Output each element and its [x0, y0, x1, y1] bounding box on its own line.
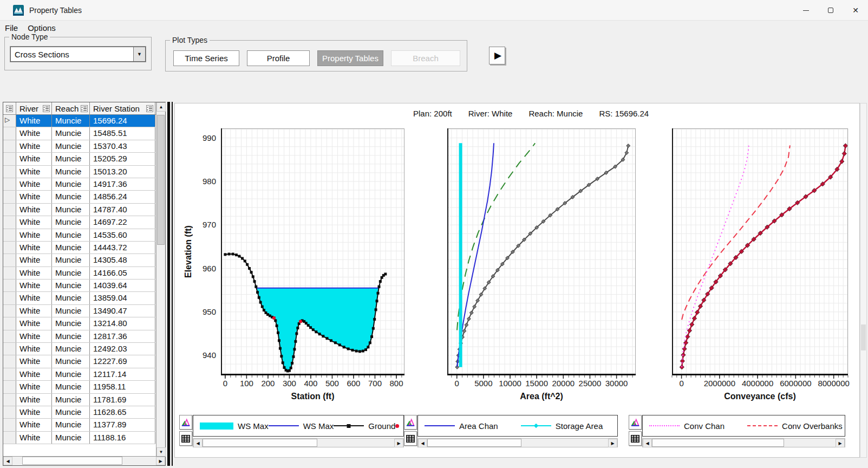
table-row[interactable]: WhiteMuncie14166.05 — [3, 267, 155, 280]
table-row[interactable]: WhiteMuncie14039.64 — [3, 280, 155, 292]
scrollbar-thumb[interactable] — [157, 115, 165, 245]
reach-value: Reach: Muncie — [528, 109, 583, 118]
close-icon[interactable]: ✕ — [843, 0, 868, 21]
scroll-left-icon[interactable]: ◀ — [193, 439, 203, 447]
table-header: River Reach River Station — [3, 102, 165, 115]
breach-button[interactable]: Breach — [391, 50, 460, 66]
table-horizontal-scrollbar[interactable]: ◀ ▶ — [3, 456, 165, 465]
table-row[interactable]: WhiteMuncie15205.29 — [3, 153, 155, 165]
table-row[interactable]: WhiteMuncie15370.43 — [3, 140, 155, 153]
station-cell: 12227.69 — [90, 355, 155, 367]
menu-options[interactable]: Options — [23, 22, 61, 34]
station-cell: 11377.89 — [90, 419, 155, 431]
titlebar: Property Tables ✕ — [0, 0, 868, 21]
node-type-dropdown[interactable]: Cross Sections ▼ — [10, 47, 146, 62]
table-view-button[interactable] — [179, 431, 192, 446]
x-tick-label: 0 — [455, 379, 459, 388]
table-body: ▷WhiteMuncie15696.24WhiteMuncie15485.51W… — [3, 115, 155, 444]
minimize-icon[interactable] — [793, 0, 818, 21]
scroll-left-icon[interactable]: ◀ — [3, 457, 12, 465]
chart-icon — [406, 418, 415, 427]
column-header-reach[interactable]: Reach — [52, 102, 90, 114]
scroll-right-icon[interactable]: ▶ — [156, 457, 165, 465]
chevron-down-icon[interactable]: ▼ — [133, 47, 145, 61]
table-row[interactable]: WhiteMuncie12117.14 — [3, 368, 155, 381]
table-row[interactable]: WhiteMuncie13859.04 — [3, 292, 155, 304]
table-view-button[interactable] — [629, 431, 642, 446]
menu-file[interactable]: File — [0, 22, 23, 34]
plot-view-button[interactable] — [404, 415, 417, 430]
play-icon[interactable]: ▶ — [489, 47, 505, 64]
x-tick-label: 6000000 — [780, 379, 811, 388]
scroll-up-icon[interactable]: ▲ — [156, 102, 166, 112]
table-row[interactable]: WhiteMuncie14443.72 — [3, 242, 155, 254]
scroll-down-icon[interactable]: ▼ — [156, 447, 166, 457]
table-row[interactable]: WhiteMuncie14787.40 — [3, 204, 155, 216]
row-selector — [3, 191, 16, 203]
river-cell: White — [16, 406, 52, 418]
station-cell: 15485.51 — [90, 127, 155, 139]
row-selector — [3, 229, 16, 241]
plot-types-label: Plot Types — [170, 36, 210, 44]
table-row[interactable]: WhiteMuncie12492.03 — [3, 343, 155, 355]
legend-scrollbar[interactable]: ◀ ▶ — [193, 438, 404, 447]
station-cell: 13490.47 — [90, 305, 155, 317]
legend-label: Conv Chan — [684, 421, 725, 431]
column-header-river-station[interactable]: River Station — [90, 102, 155, 114]
maximize-icon[interactable] — [818, 0, 843, 21]
row-selector — [3, 178, 16, 190]
table-row[interactable]: WhiteMuncie11781.69 — [3, 394, 155, 406]
chart-panel-vertical-scrollbar[interactable] — [860, 103, 867, 458]
scroll-right-icon[interactable]: ▶ — [836, 439, 845, 447]
table-row[interactable]: WhiteMuncie15013.20 — [3, 166, 155, 178]
river-cell: White — [16, 153, 52, 165]
table-view-button[interactable] — [404, 431, 417, 446]
table-row[interactable]: WhiteMuncie12817.36 — [3, 330, 155, 343]
table-row[interactable]: WhiteMuncie14305.48 — [3, 254, 155, 266]
table-row[interactable]: WhiteMuncie15485.51 — [3, 127, 155, 140]
conveyance-legend: Conv ChanConv OverbanksTotal C — [642, 415, 845, 437]
table-row[interactable]: WhiteMuncie11628.65 — [3, 406, 155, 419]
column-header-river[interactable]: River — [16, 102, 52, 114]
river-cell: White — [16, 343, 52, 355]
table-row[interactable]: WhiteMuncie11377.89 — [3, 419, 155, 431]
table-row[interactable]: WhiteMuncie14856.24 — [3, 191, 155, 203]
scroll-left-icon[interactable]: ◀ — [643, 439, 652, 447]
profile-button[interactable]: Profile — [247, 50, 310, 66]
plot-view-button[interactable] — [179, 415, 192, 430]
station-cell: 14305.48 — [90, 254, 155, 266]
table-row[interactable]: WhiteMuncie13214.80 — [3, 317, 155, 330]
scrollbar-thumb[interactable] — [22, 457, 122, 465]
sort-filter-icon — [81, 105, 88, 112]
table-row[interactable]: ▷WhiteMuncie15696.24 — [3, 115, 155, 127]
time-series-button[interactable]: Time Series — [173, 50, 239, 66]
x-tick-label: 400 — [304, 379, 317, 388]
scrollbar-thumb[interactable] — [861, 324, 866, 350]
table-vertical-scrollbar[interactable]: ▲ ▼ — [156, 102, 165, 457]
table-row[interactable]: WhiteMuncie13490.47 — [3, 305, 155, 317]
row-selector — [3, 330, 16, 342]
scrollbar-thumb[interactable] — [652, 439, 784, 447]
table-row[interactable]: WhiteMuncie11188.16 — [3, 432, 155, 444]
legend-scrollbar[interactable]: ◀ ▶ — [642, 438, 845, 447]
scroll-left-icon[interactable]: ◀ — [418, 439, 427, 447]
station-cell: 14697.22 — [90, 216, 155, 228]
legend-scrollbar[interactable]: ◀ ▶ — [417, 438, 618, 447]
table-row[interactable]: WhiteMuncie14917.36 — [3, 178, 155, 191]
property-tables-button[interactable]: Property Tables — [317, 50, 383, 66]
table-row[interactable]: WhiteMuncie14697.22 — [3, 216, 155, 229]
table-row[interactable]: WhiteMuncie14535.60 — [3, 229, 155, 242]
row-selector-header[interactable] — [3, 102, 16, 114]
table-row[interactable]: WhiteMuncie11958.11 — [3, 381, 155, 393]
table-row[interactable]: WhiteMuncie12227.69 — [3, 355, 155, 368]
row-selector — [3, 292, 16, 304]
scroll-right-icon[interactable]: ▶ — [394, 439, 403, 447]
scroll-right-icon[interactable]: ▶ — [608, 439, 617, 447]
legend-swatch — [334, 425, 364, 426]
scrollbar-thumb[interactable] — [427, 439, 521, 447]
legend-swatch — [269, 425, 299, 426]
plot-view-button[interactable] — [629, 415, 642, 430]
reach-cell: Muncie — [52, 229, 90, 241]
row-selector — [3, 267, 16, 279]
scrollbar-thumb[interactable] — [203, 439, 317, 447]
